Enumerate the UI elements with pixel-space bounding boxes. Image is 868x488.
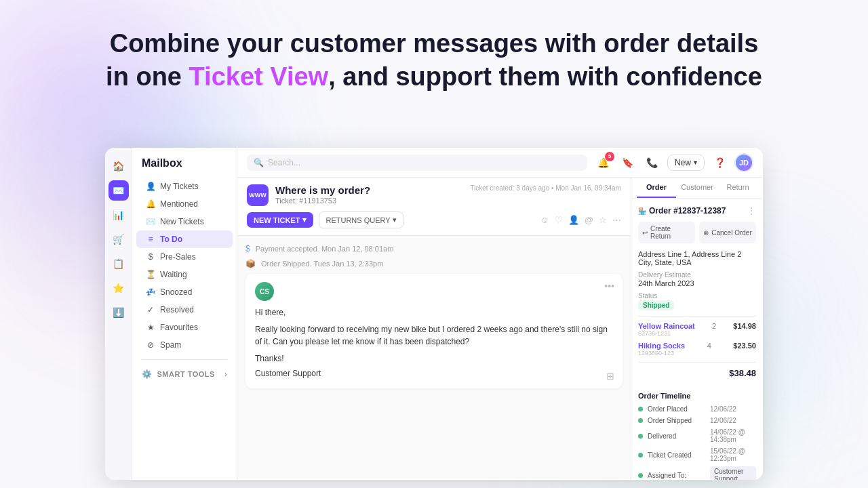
bookmark-button[interactable]: 🔖 — [618, 153, 637, 172]
search-icon: 🔍 — [254, 158, 264, 167]
store-icon: 🏪 — [638, 207, 646, 215]
star-action-icon[interactable]: ☆ — [599, 215, 607, 225]
nav-item-spam[interactable]: ⊘ Spam — [136, 336, 233, 354]
message-more-button[interactable]: ••• — [604, 281, 614, 291]
timeline-dot-0 — [638, 407, 643, 411]
new-tickets-icon: ✉️ — [146, 217, 155, 226]
payment-icon: $ — [245, 244, 250, 253]
resolved-icon: ✓ — [146, 305, 155, 314]
nav-item-favourites[interactable]: ★ Favourites — [136, 319, 233, 336]
person-tag-icon[interactable]: 👤 — [568, 215, 579, 225]
headline-line1: Combine your customer messages with orde… — [0, 27, 868, 60]
new-ticket-chevron-icon: ▾ — [302, 216, 307, 224]
nav-divider — [142, 359, 227, 360]
new-chevron-icon: ▾ — [694, 159, 697, 166]
order-divider-1 — [638, 316, 756, 317]
message-add-button[interactable]: ⊞ — [606, 371, 614, 382]
order-more-icon[interactable]: ⋮ — [747, 205, 756, 216]
order-item-0: Yellow Raincoat 62736-1231 2 $14.98 — [638, 322, 756, 337]
ticket-id: Ticket: #11913753 — [275, 197, 463, 205]
emoji-icon[interactable]: ☺ — [540, 215, 549, 225]
smart-tools-row[interactable]: ⚙️ SMART TOOLS › — [132, 365, 237, 383]
main-content: 🔍 Search... 🔔 5 🔖 📞 New ▾ ❓ JD — [237, 148, 763, 480]
order-number: 🏪 Order #12837-12387 — [638, 206, 726, 216]
message-avatar: CS — [255, 282, 274, 301]
presales-icon: $ — [146, 252, 155, 262]
tab-order[interactable]: Order — [637, 178, 676, 198]
sidebar-icon-cart[interactable]: 🛒 — [108, 229, 129, 249]
new-ticket-button[interactable]: NEW TICKET ▾ — [247, 212, 313, 228]
order-delivery-estimate: Delivery Estimate 24th March 2023 — [638, 271, 756, 287]
ticket-meta-right: Ticket created: 3 days ago • Mon Jan 16,… — [470, 184, 621, 192]
create-return-button[interactable]: ↩ Create Return — [638, 222, 695, 243]
ticket-info: Where is my order? Ticket: #11913753 — [275, 184, 463, 205]
nav-item-snoozed[interactable]: 💤 Snoozed — [136, 283, 233, 301]
nav-title: Mailbox — [132, 157, 237, 178]
sidebar-icon-download[interactable]: ⬇️ — [108, 302, 129, 323]
order-actions-row: ↩ Create Return ⊗ Cancel Order — [638, 222, 756, 243]
timeline-row-1: Order Shipped 12/06/22 — [638, 417, 756, 424]
user-avatar[interactable]: JD — [734, 153, 753, 172]
order-tabs: Order Customer Return — [631, 178, 763, 199]
ui-container: 🏠 ✉️ 📊 🛒 📋 ⭐ ⬇️ Mailbox 👤 My Tickets 🔔 M… — [105, 148, 763, 480]
todo-icon: ≡ — [146, 235, 155, 244]
nav-item-waiting[interactable]: ⏳ Waiting — [136, 266, 233, 283]
nav-item-new-tickets[interactable]: ✉️ New Tickets — [136, 213, 233, 230]
message-area[interactable]: $ Payment accepted. Mon Jan 12, 08:01am … — [237, 236, 631, 480]
phone-button[interactable]: 📞 — [643, 153, 662, 172]
help-button[interactable]: ❓ — [710, 153, 729, 172]
more-icon[interactable]: ⋯ — [612, 215, 621, 225]
timeline-row-4: Assigned To: Customer Support — [638, 466, 756, 480]
ticket-header-top: WWW Where is my order? Ticket: #11913753… — [247, 184, 621, 206]
returns-query-button[interactable]: RETURNS QUERY ▾ — [319, 211, 403, 228]
tab-return[interactable]: Return — [718, 178, 757, 198]
nav-item-my-tickets[interactable]: 👤 My Tickets — [136, 178, 233, 195]
ticket-brand-avatar: WWW — [247, 184, 269, 206]
new-dropdown-button[interactable]: New ▾ — [667, 155, 705, 171]
search-box[interactable]: 🔍 Search... — [247, 155, 587, 171]
nav-panel: Mailbox 👤 My Tickets 🔔 Mentioned ✉️ New … — [132, 148, 237, 480]
order-content: 🏪 Order #12837-12387 ⋮ ↩ Create Return ⊗… — [631, 199, 763, 385]
sidebar-icon-chart[interactable]: 📊 — [108, 205, 129, 225]
order-divider-2 — [638, 362, 756, 363]
ticket-actions-row: NEW TICKET ▾ RETURNS QUERY ▾ ☺ ♡ 👤 @ — [247, 211, 621, 228]
nav-item-todo[interactable]: ≡ To Do — [136, 230, 233, 248]
order-timeline: Order Timeline Order Placed 12/06/22 Ord… — [631, 385, 763, 480]
smart-tools-icon: ⚙️ — [142, 369, 153, 379]
order-item-0-info: Yellow Raincoat 62736-1231 — [638, 322, 695, 337]
heart-icon[interactable]: ♡ — [555, 215, 563, 225]
nav-item-presales[interactable]: $ Pre-Sales — [136, 248, 233, 266]
order-status: Status Shipped — [638, 292, 756, 310]
my-tickets-icon: 👤 — [146, 182, 155, 191]
ticket-panel: WWW Where is my order? Ticket: #11913753… — [237, 178, 631, 480]
tab-customer[interactable]: Customer — [677, 178, 717, 198]
at-icon[interactable]: @ — [585, 215, 593, 225]
sidebar-icon-notes[interactable]: 📋 — [108, 253, 129, 274]
favourites-icon: ★ — [146, 323, 155, 332]
notification-button[interactable]: 🔔 5 — [594, 153, 613, 172]
return-icon: ↩ — [642, 229, 648, 237]
order-item-1-info: Hiking Socks 1293890-123 — [638, 342, 685, 357]
nav-item-mentioned[interactable]: 🔔 Mentioned — [136, 195, 233, 213]
order-item-1: Hiking Socks 1293890-123 4 $23.50 — [638, 342, 756, 357]
timeline-row-3: Ticket Created 15/06/22 @ 12:23pm — [638, 447, 756, 462]
sidebar-icon-mail[interactable]: ✉️ — [108, 180, 129, 201]
timeline-row-2: Delivered 14/06/22 @ 14:38pm — [638, 428, 756, 443]
cancel-icon: ⊗ — [703, 229, 709, 237]
content-area: WWW Where is my order? Ticket: #11913753… — [237, 178, 763, 480]
headline-section: Combine your customer messages with orde… — [0, 27, 868, 94]
nav-item-resolved[interactable]: ✓ Resolved — [136, 301, 233, 319]
status-badge: Shipped — [638, 300, 674, 310]
smart-tools-chevron: › — [224, 371, 227, 378]
sidebar-icon-home[interactable]: 🏠 — [108, 156, 129, 176]
timeline-dot-3 — [638, 453, 643, 458]
ticket-icon-actions: ☺ ♡ 👤 @ ☆ ⋯ — [540, 215, 621, 225]
cancel-order-button[interactable]: ⊗ Cancel Order — [699, 222, 756, 243]
order-address: Address Line 1, Address Line 2 City, Sta… — [638, 250, 756, 266]
timeline-row-0: Order Placed 12/06/22 — [638, 405, 756, 413]
order-header-row: 🏪 Order #12837-12387 ⋮ — [638, 205, 756, 216]
message-sender-row: CS — [255, 282, 613, 301]
top-bar-actions: 🔔 5 🔖 📞 New ▾ ❓ JD — [594, 153, 753, 172]
sidebar-icon-star[interactable]: ⭐ — [108, 278, 129, 298]
waiting-icon: ⏳ — [146, 270, 155, 279]
